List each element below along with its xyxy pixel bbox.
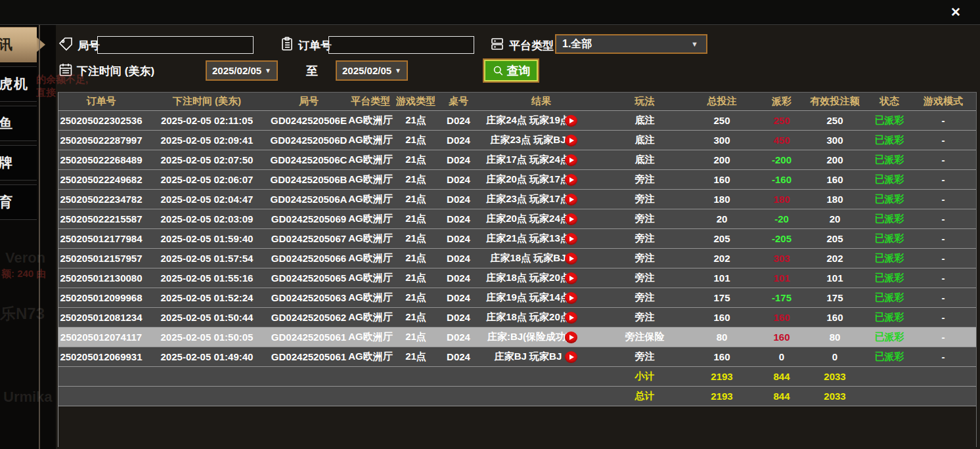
status-cell: 已派彩	[864, 150, 914, 169]
payout-cell: -175	[758, 288, 805, 307]
sidebar-tab-label: 育	[0, 193, 14, 211]
play-type-cell: 底注	[604, 111, 686, 130]
game-mode-cell: -	[914, 190, 972, 209]
game-mode-cell: -	[914, 150, 972, 169]
play-icon[interactable]	[565, 194, 577, 205]
filler-cell	[972, 170, 976, 189]
order-number-input[interactable]	[328, 36, 474, 54]
play-triangle	[569, 138, 574, 143]
round-id-cell: GD02425205063	[270, 288, 347, 307]
sidebar-tab-fishing[interactable]: 鱼	[0, 106, 37, 141]
table-row[interactable]: 250205022249682 2025-02-05 02:06:07 GD02…	[58, 169, 976, 189]
totals-payout: 844	[758, 387, 805, 406]
game-mode-cell: -	[914, 229, 972, 248]
game-mode-cell: -	[914, 249, 972, 268]
order-id-cell: 250205022234782	[58, 190, 144, 209]
valid-bet-cell: 101	[805, 268, 864, 288]
table-row[interactable]: 250205012177984 2025-02-05 01:59:40 GD02…	[58, 228, 976, 248]
play-icon[interactable]	[565, 292, 577, 304]
result-cell: 庄家24点 玩家19点	[479, 111, 604, 130]
table-row[interactable]: 250205022215587 2025-02-05 02:03:09 GD02…	[58, 209, 976, 228]
filler-cell	[972, 150, 976, 169]
play-icon[interactable]	[565, 154, 577, 166]
play-icon[interactable]	[565, 351, 577, 363]
close-icon[interactable]: ✕	[947, 4, 964, 21]
table-row[interactable]: 250205012069931 2025-02-05 01:49:40 GD02…	[58, 347, 976, 366]
table-row[interactable]: 250205012157957 2025-02-05 01:57:54 GD02…	[58, 248, 976, 268]
result-cell: 庄家18点 玩家BJ	[479, 249, 604, 268]
round-id-cell: GD0242520506B	[270, 170, 347, 189]
play-type-cell: 旁注	[604, 308, 686, 327]
play-icon[interactable]	[565, 312, 577, 324]
sidebar-tab-live[interactable]: 讯	[0, 27, 37, 62]
valid-bet-cell: 160	[805, 308, 864, 327]
play-icon[interactable]	[565, 253, 577, 265]
payout-cell: 101	[758, 268, 805, 288]
column-header: 玩法	[604, 93, 686, 110]
table-no-cell: D024	[438, 308, 479, 327]
table-row[interactable]: 250205012130080 2025-02-05 01:55:16 GD02…	[58, 268, 976, 288]
table-row[interactable]: 250205012099968 2025-02-05 01:52:24 GD02…	[58, 288, 976, 307]
play-icon[interactable]	[565, 213, 577, 225]
play-icon[interactable]	[565, 233, 577, 245]
table-row[interactable]: 250205012074117 2025-02-05 01:50:05 GD02…	[58, 327, 976, 347]
filler-cell	[972, 249, 976, 268]
total-bet-cell: 180	[686, 190, 758, 209]
round-id-cell: GD02425205065	[270, 268, 347, 288]
total-bet-cell: 20	[686, 209, 758, 228]
sidebar-tab-slots[interactable]: 虎机	[0, 66, 37, 102]
valid-bet-cell: 160	[805, 170, 864, 189]
bet-time-cell: 2025-02-05 01:55:16	[144, 268, 270, 288]
table-row[interactable]: 250205022234782 2025-02-05 02:04:47 GD02…	[58, 189, 976, 209]
table-no-cell: D024	[438, 229, 479, 248]
sidebar-tab-sports[interactable]: 育	[0, 184, 37, 220]
play-icon[interactable]	[565, 174, 577, 186]
table-row[interactable]: 250205022268489 2025-02-05 02:07:50 GD02…	[58, 150, 976, 169]
game-mode-cell: -	[914, 288, 972, 307]
platform-type-select[interactable]: 1.全部 ▼	[555, 34, 707, 54]
date-to-picker[interactable]: 2025/02/05 ▼	[336, 60, 408, 81]
valid-bet-cell: 180	[805, 190, 864, 209]
column-header: 桌号	[438, 93, 479, 110]
play-triangle	[569, 118, 574, 123]
magnifier-icon	[492, 64, 504, 77]
query-button[interactable]: 查询	[484, 60, 538, 81]
status-cell: 已派彩	[864, 268, 914, 288]
play-icon[interactable]	[565, 115, 577, 127]
bet-time-cell: 2025-02-05 01:49:40	[144, 347, 270, 366]
platform-cell: AG欧洲厅	[347, 150, 393, 169]
table-row[interactable]: 250205022287997 2025-02-05 02:09:41 GD02…	[58, 130, 976, 150]
server-icon	[489, 36, 505, 52]
order-id-cell: 250205022215587	[58, 209, 144, 228]
play-triangle	[569, 315, 574, 320]
valid-bet-cell: 200	[805, 150, 864, 169]
total-bet-cell: 205	[686, 229, 758, 248]
valid-bet-cell: 205	[805, 229, 864, 248]
round-id-cell: GD0242520506E	[270, 111, 347, 130]
play-icon[interactable]	[565, 331, 577, 343]
play-icon[interactable]	[565, 272, 577, 284]
valid-bet-cell: 250	[805, 111, 864, 130]
column-header: 订单号	[58, 93, 144, 110]
result-text: 庄家19点 玩家14点	[479, 291, 577, 304]
bet-time-cell: 2025-02-05 02:09:41	[144, 131, 270, 150]
order-id-cell: 250205012081234	[58, 308, 144, 327]
play-icon[interactable]	[565, 135, 577, 146]
order-id-cell: 250205012074117	[58, 328, 144, 347]
round-id-cell: GD02425205069	[270, 209, 347, 228]
round-number-input[interactable]	[97, 36, 254, 54]
sidebar-divider	[39, 25, 40, 449]
totals-row: 小计 2193 844 2033	[58, 366, 976, 386]
table-row[interactable]: 250205012081234 2025-02-05 01:50:44 GD02…	[58, 307, 976, 327]
sidebar-tab-cards[interactable]: 牌	[0, 145, 37, 181]
play-type-cell: 旁注	[604, 249, 686, 268]
result-cell: 庄家23点 玩家BJ	[479, 131, 604, 150]
filler-cell	[972, 288, 976, 307]
game-mode-cell: -	[914, 170, 972, 189]
result-cell: 庄家19点 玩家14点	[479, 288, 604, 307]
play-triangle	[569, 217, 574, 222]
status-cell: 已派彩	[864, 170, 914, 189]
payout-cell: 450	[758, 131, 805, 150]
date-from-picker[interactable]: 2025/02/05 ▼	[206, 60, 278, 81]
table-row[interactable]: 250205022302536 2025-02-05 02:11:05 GD02…	[58, 110, 976, 130]
